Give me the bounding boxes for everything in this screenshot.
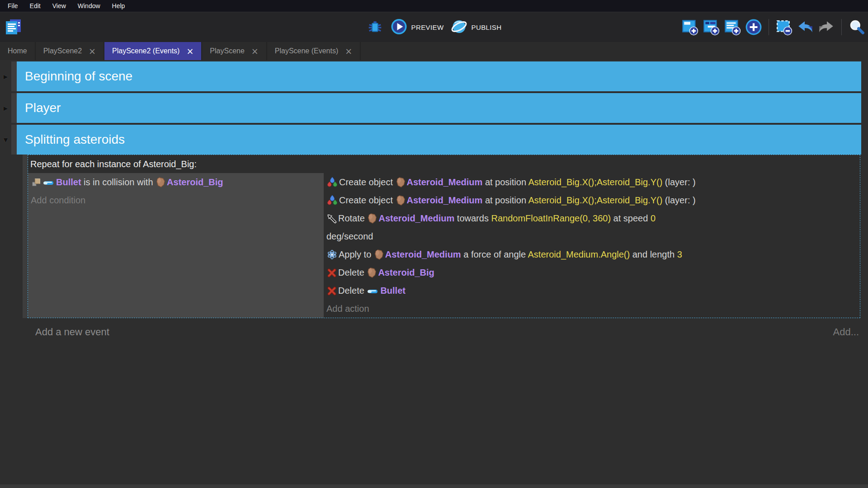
- close-icon[interactable]: ×: [345, 47, 352, 56]
- add-subevent-icon[interactable]: [703, 19, 720, 36]
- action-row[interactable]: Create object Asteroid_Medium at positio…: [324, 191, 860, 209]
- search-icon[interactable]: [848, 19, 865, 36]
- text-segment: Asteroid_Big.X();Asteroid_Big.Y(): [528, 177, 663, 187]
- horizontal-scrollbar[interactable]: [0, 484, 868, 488]
- condition-row[interactable]: Bullet is in collision with Asteroid_Big: [28, 173, 324, 191]
- actions-column: Create object Asteroid_Medium at positio…: [324, 173, 860, 318]
- close-icon[interactable]: ×: [251, 47, 259, 56]
- add-event-icon[interactable]: [681, 19, 698, 36]
- action-row[interactable]: Delete Asteroid_Big: [324, 263, 860, 282]
- group-header-title[interactable]: Splitting asteroids: [17, 125, 861, 155]
- toolbar-right: [681, 12, 865, 42]
- action-row[interactable]: Rotate Asteroid_Medium towards RandomFlo…: [324, 209, 860, 245]
- add-action-button[interactable]: Add action: [324, 300, 860, 318]
- action-row[interactable]: Apply to Asteroid_Medium a force of angl…: [324, 245, 860, 263]
- asteroid-icon: [396, 191, 406, 209]
- repeat-label[interactable]: Repeat for each instance of Asteroid_Big…: [28, 155, 860, 173]
- text-segment: Asteroid_Big: [378, 267, 434, 277]
- add-event-row: Add a new event Add...: [0, 320, 868, 338]
- tab-label: PlayScene: [210, 47, 245, 55]
- redo-icon[interactable]: [818, 19, 835, 36]
- group-header-title[interactable]: Player: [17, 93, 861, 123]
- create-icon: [327, 191, 338, 209]
- preview-button[interactable]: PREVIEW: [391, 19, 444, 36]
- menu-file[interactable]: File: [2, 0, 24, 12]
- toolbar-center: PREVIEW PUBLISH: [367, 12, 502, 42]
- event-gutter: ▶: [0, 93, 11, 123]
- text-segment: Apply to: [339, 249, 374, 259]
- publish-label: PUBLISH: [471, 23, 501, 31]
- text-segment: (layer: ): [662, 195, 695, 205]
- text-segment: Asteroid_Medium: [378, 213, 454, 223]
- event-drag-handle[interactable]: [23, 155, 28, 318]
- text-segment: 3: [677, 249, 682, 259]
- expand-arrow-icon[interactable]: ▼: [4, 136, 8, 143]
- text-segment: Asteroid_Medium: [407, 177, 483, 187]
- tab-playscene2-events[interactable]: PlayScene2 (Events) ×: [104, 42, 202, 60]
- publish-button[interactable]: PUBLISH: [451, 19, 501, 36]
- event-drag-handle[interactable]: [11, 61, 17, 91]
- create-icon: [327, 173, 338, 191]
- asteroid-icon: [367, 263, 377, 282]
- add-more-button[interactable]: Add...: [833, 326, 859, 338]
- undo-icon[interactable]: [797, 19, 814, 36]
- tab-label: PlayScene (Events): [275, 47, 339, 55]
- text-segment: Asteroid_Big.X();Asteroid_Big.Y(): [528, 195, 663, 205]
- text-segment: RandomFloatInRange(0, 360): [491, 213, 611, 223]
- tab-label: PlayScene2 (Events): [112, 47, 179, 55]
- event-drag-handle[interactable]: [11, 93, 17, 123]
- collapse-arrow-icon[interactable]: ▶: [4, 73, 8, 80]
- toolbar-separator: [841, 19, 842, 35]
- repeat-event-content[interactable]: Repeat for each instance of Asteroid_Big…: [28, 155, 860, 318]
- app-logo-icon: [4, 18, 23, 37]
- add-circle-icon[interactable]: [745, 19, 762, 36]
- publish-globe-icon: [451, 19, 467, 36]
- text-segment: Create object: [339, 195, 396, 205]
- menu-view[interactable]: View: [47, 0, 72, 12]
- text-segment: Delete: [338, 267, 367, 277]
- tab-playscene[interactable]: PlayScene ×: [202, 42, 267, 60]
- menu-edit[interactable]: Edit: [24, 0, 47, 12]
- play-icon: [391, 19, 407, 36]
- event-drag-handle[interactable]: [11, 125, 17, 155]
- bullet-icon: [367, 282, 379, 300]
- tab-playscene-events[interactable]: PlayScene (Events) ×: [267, 42, 361, 60]
- group-header-title[interactable]: Beginning of scene: [17, 61, 861, 91]
- tab-home[interactable]: Home: [0, 42, 36, 60]
- text-segment: Asteroid_Big: [167, 177, 223, 187]
- toolbar-separator: [769, 19, 769, 35]
- force-icon: [327, 245, 337, 263]
- action-row[interactable]: Delete Bullet: [324, 282, 860, 300]
- text-segment: at position: [482, 195, 528, 205]
- add-new-event-button[interactable]: Add a new event: [35, 326, 109, 338]
- menu-help[interactable]: Help: [106, 0, 131, 12]
- text-segment: Asteroid_Medium.Angle(): [528, 249, 630, 259]
- text-segment: a force of angle: [461, 249, 528, 259]
- deactivate-selection-icon[interactable]: [775, 19, 793, 36]
- tab-bar: Home PlayScene2 × PlayScene2 (Events) × …: [0, 42, 868, 60]
- asteroid-icon: [374, 245, 384, 263]
- text-segment: Asteroid_Medium: [385, 249, 461, 259]
- debugger-icon[interactable]: [367, 19, 384, 36]
- close-icon[interactable]: ×: [186, 47, 193, 56]
- toolbar: PREVIEW PUBLISH: [0, 12, 868, 42]
- preview-label: PREVIEW: [411, 23, 444, 31]
- menu-window[interactable]: Window: [72, 0, 106, 12]
- text-segment: Delete: [338, 286, 367, 296]
- add-comment-icon[interactable]: [724, 19, 741, 36]
- event-group-player: ▶ Player: [0, 93, 868, 123]
- tab-playscene2[interactable]: PlayScene2 ×: [36, 42, 104, 60]
- text-segment: deg/second: [326, 231, 373, 241]
- close-icon[interactable]: ×: [89, 47, 96, 56]
- tab-label: PlayScene2: [43, 47, 82, 55]
- collapse-arrow-icon[interactable]: ▶: [4, 105, 8, 112]
- conditions-column: Bullet is in collision with Asteroid_Big…: [28, 173, 324, 318]
- action-row[interactable]: Create object Asteroid_Medium at positio…: [324, 173, 860, 191]
- text-segment: is in collision with: [81, 177, 156, 187]
- rotate-icon: [327, 209, 337, 227]
- add-condition-button[interactable]: Add condition: [28, 191, 324, 209]
- text-segment: (layer: ): [662, 177, 695, 187]
- collision-icon: [31, 173, 41, 191]
- event-group-splitting-asteroids: ▼ Splitting asteroids Repeat for each in…: [0, 125, 868, 318]
- text-segment: at position: [482, 177, 528, 187]
